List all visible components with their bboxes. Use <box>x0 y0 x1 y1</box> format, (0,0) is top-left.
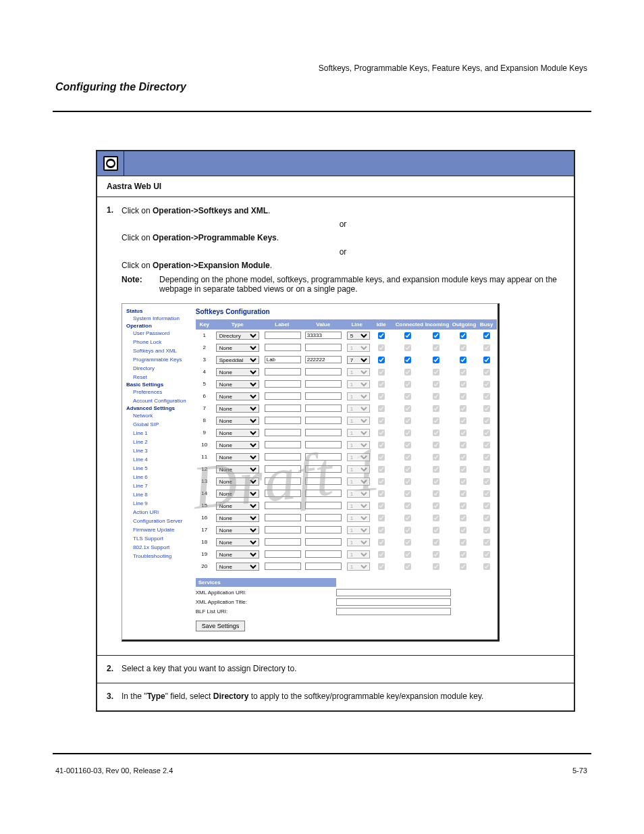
sidebar-item[interactable]: User Password <box>126 329 186 338</box>
type-select[interactable]: NoneDirectorySpeeddial <box>216 356 259 364</box>
busy-checkbox[interactable] <box>483 478 490 485</box>
type-select[interactable]: NoneDirectorySpeeddial <box>216 502 259 510</box>
outgoing-checkbox[interactable] <box>460 332 466 339</box>
line-select[interactable]: 123456789 <box>347 526 370 534</box>
connected-checkbox[interactable] <box>404 357 411 363</box>
value-input[interactable] <box>305 514 342 521</box>
outgoing-checkbox[interactable] <box>460 454 466 461</box>
incoming-checkbox[interactable] <box>433 527 439 533</box>
incoming-checkbox[interactable] <box>433 369 439 375</box>
type-select[interactable]: NoneDirectorySpeeddial <box>216 563 259 571</box>
line-select[interactable]: 123456789 <box>347 332 370 340</box>
save-settings-button[interactable]: Save Settings <box>196 621 246 631</box>
line-select[interactable]: 123456789 <box>347 417 370 425</box>
busy-checkbox[interactable] <box>483 417 490 424</box>
busy-checkbox[interactable] <box>483 527 490 533</box>
outgoing-checkbox[interactable] <box>460 417 466 424</box>
type-select[interactable]: NoneDirectorySpeeddial <box>216 441 259 449</box>
idle-checkbox[interactable] <box>378 429 385 436</box>
label-input[interactable] <box>265 429 301 436</box>
sidebar-item[interactable]: Global SIP <box>126 420 186 429</box>
sidebar-item[interactable]: Line 8 <box>126 490 186 499</box>
type-select[interactable]: NoneDirectorySpeeddial <box>216 332 259 340</box>
value-input[interactable] <box>305 502 342 509</box>
value-input[interactable] <box>305 405 342 412</box>
idle-checkbox[interactable] <box>378 344 385 351</box>
incoming-checkbox[interactable] <box>433 381 439 388</box>
line-select[interactable]: 123456789 <box>347 344 370 352</box>
busy-checkbox[interactable] <box>483 381 490 388</box>
idle-checkbox[interactable] <box>378 551 385 558</box>
value-input[interactable] <box>305 465 342 473</box>
label-input[interactable] <box>265 514 301 521</box>
outgoing-checkbox[interactable] <box>460 490 466 497</box>
value-input[interactable] <box>305 477 342 485</box>
type-select[interactable]: NoneDirectorySpeeddial <box>216 453 259 461</box>
type-select[interactable]: NoneDirectorySpeeddial <box>216 368 259 376</box>
line-select[interactable]: 123456789 <box>347 441 370 449</box>
outgoing-checkbox[interactable] <box>460 502 466 509</box>
label-input[interactable] <box>265 465 301 473</box>
busy-checkbox[interactable] <box>483 357 490 363</box>
type-select[interactable]: NoneDirectorySpeeddial <box>216 538 259 546</box>
outgoing-checkbox[interactable] <box>460 369 466 375</box>
busy-checkbox[interactable] <box>483 454 490 461</box>
type-select[interactable]: NoneDirectorySpeeddial <box>216 429 259 437</box>
connected-checkbox[interactable] <box>404 527 411 533</box>
incoming-checkbox[interactable] <box>433 357 439 363</box>
label-input[interactable] <box>265 380 301 388</box>
sidebar-item[interactable]: Network <box>126 411 186 420</box>
outgoing-checkbox[interactable] <box>460 344 466 351</box>
sidebar-item[interactable]: Directory <box>126 364 186 373</box>
busy-checkbox[interactable] <box>483 563 490 570</box>
busy-checkbox[interactable] <box>483 344 490 351</box>
label-input[interactable] <box>265 392 301 400</box>
connected-checkbox[interactable] <box>404 332 411 339</box>
connected-checkbox[interactable] <box>404 381 411 388</box>
sidebar-item[interactable]: Preferences <box>126 388 186 396</box>
sidebar-item[interactable]: TLS Support <box>126 534 186 543</box>
connected-checkbox[interactable] <box>404 405 411 412</box>
connected-checkbox[interactable] <box>404 417 411 424</box>
outgoing-checkbox[interactable] <box>460 405 466 412</box>
value-input[interactable] <box>305 453 342 461</box>
line-select[interactable]: 123456789 <box>347 514 370 522</box>
sidebar-item[interactable]: System Information <box>126 314 186 323</box>
incoming-checkbox[interactable] <box>433 551 439 558</box>
busy-checkbox[interactable] <box>483 502 490 509</box>
label-input[interactable] <box>265 538 301 546</box>
value-input[interactable] <box>305 392 342 400</box>
busy-checkbox[interactable] <box>483 332 490 339</box>
sidebar-item[interactable]: Configuration Server <box>126 517 186 525</box>
label-input[interactable] <box>265 405 301 412</box>
srv-blf-input[interactable] <box>336 608 451 615</box>
incoming-checkbox[interactable] <box>433 405 439 412</box>
busy-checkbox[interactable] <box>483 405 490 412</box>
sidebar-item[interactable]: Line 2 <box>126 438 186 446</box>
type-select[interactable]: NoneDirectorySpeeddial <box>216 380 259 388</box>
type-select[interactable]: NoneDirectorySpeeddial <box>216 550 259 558</box>
outgoing-checkbox[interactable] <box>460 527 466 533</box>
sidebar-item[interactable]: Line 7 <box>126 481 186 490</box>
type-select[interactable]: NoneDirectorySpeeddial <box>216 405 259 413</box>
value-input[interactable] <box>305 344 342 351</box>
idle-checkbox[interactable] <box>378 381 385 388</box>
sidebar-item[interactable]: Firmware Update <box>126 525 186 534</box>
idle-checkbox[interactable] <box>378 515 385 521</box>
idle-checkbox[interactable] <box>378 442 385 448</box>
label-input[interactable] <box>265 344 301 351</box>
idle-checkbox[interactable] <box>378 527 385 533</box>
type-select[interactable]: NoneDirectorySpeeddial <box>216 344 259 352</box>
value-input[interactable] <box>305 563 342 570</box>
value-input[interactable] <box>305 490 342 497</box>
idle-checkbox[interactable] <box>378 490 385 497</box>
incoming-checkbox[interactable] <box>433 442 439 448</box>
label-input[interactable] <box>265 453 301 461</box>
incoming-checkbox[interactable] <box>433 539 439 546</box>
connected-checkbox[interactable] <box>404 442 411 448</box>
connected-checkbox[interactable] <box>404 539 411 546</box>
label-input[interactable] <box>265 502 301 509</box>
label-input[interactable] <box>265 526 301 533</box>
sidebar-item[interactable]: Line 6 <box>126 473 186 481</box>
value-input[interactable] <box>305 550 342 558</box>
